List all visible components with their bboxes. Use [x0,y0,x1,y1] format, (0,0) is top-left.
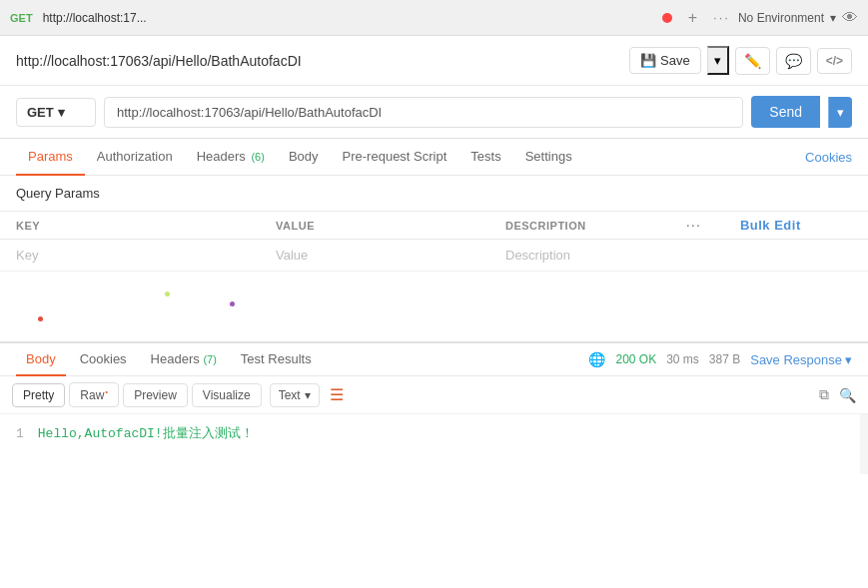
response-tabs-row: Body Cookies Headers (7) Test Results 🌐 … [0,343,868,376]
tab-params[interactable]: Params [16,139,85,176]
response-tab-headers[interactable]: Headers (7) [141,343,227,376]
save-dropdown-button[interactable]: ▾ [707,46,729,75]
query-params-table: KEY VALUE DESCRIPTION ··· Bulk Edit Key … [0,211,868,272]
tab-more-button[interactable]: ··· [713,10,730,25]
tab-active-dot [662,13,672,23]
description-input[interactable]: Description [505,248,570,263]
status-time: 30 ms [666,352,699,366]
response-tab-cookies[interactable]: Cookies [70,343,137,376]
save-button[interactable]: 💾 Save [629,47,701,74]
value-input[interactable]: Value [276,248,308,263]
save-label: Save [660,53,690,68]
tab-pre-request-script[interactable]: Pre-request Script [331,139,459,176]
empty-area [0,272,868,341]
scrollbar[interactable] [860,414,868,474]
visualize-button[interactable]: Visualize [192,383,262,407]
tab-tests[interactable]: Tests [458,139,512,176]
environment-selector[interactable]: No Environment ▾ 👁 [738,9,858,27]
method-chevron-icon: ▾ [58,105,65,120]
tab-settings[interactable]: Settings [513,139,584,176]
url-input-row: GET ▾ Send ▾ [0,86,868,139]
response-content: Hello,AutofacDI!批量注入测试！ [38,426,254,441]
cookies-link[interactable]: Cookies [805,150,852,165]
browser-tab-bar: GET http://localhost:17... + ··· No Envi… [0,0,868,36]
text-format-selector[interactable]: Text ▾ [270,383,320,407]
status-size: 387 B [709,352,740,366]
key-column-header: KEY [0,212,260,240]
eye-icon[interactable]: 👁 [842,9,858,27]
response-tab-test-results[interactable]: Test Results [231,343,322,376]
toolbar-right: 💾 Save ▾ ✏️ 💬 </> [629,46,852,75]
save-response-button[interactable]: Save Response ▾ [750,352,852,367]
tab-authorization[interactable]: Authorization [85,139,185,176]
comment-icon-button[interactable]: 💬 [776,47,811,75]
status-code: 200 OK [615,352,656,366]
request-tabs-row: Params Authorization Headers (6) Body Pr… [0,139,868,176]
decorative-dot-3 [38,316,43,321]
bulk-edit-header[interactable]: Bulk Edit [724,212,868,240]
copy-icon[interactable]: ⧉ [819,386,829,403]
decorative-dot-1 [165,292,170,296]
value-column-header: VALUE [260,212,489,240]
env-chevron-icon: ▾ [830,11,836,25]
pretty-button[interactable]: Pretty [12,383,65,407]
url-input[interactable] [104,97,743,128]
send-dropdown-button[interactable]: ▾ [828,97,852,128]
method-value: GET [27,105,54,120]
save-response-caret-icon: ▾ [845,352,852,367]
search-icon[interactable]: 🔍 [839,387,856,403]
code-view-button[interactable]: </> [817,48,852,74]
response-status: 🌐 200 OK 30 ms 387 B Save Response ▾ [588,351,852,367]
response-body: 1Hello,AutofacDI!批量注入测试！ [0,414,868,474]
line-number: 1 [16,426,24,441]
format-list-icon[interactable]: ☰ [330,385,344,404]
globe-icon: 🌐 [588,351,605,367]
tab-url: http://localhost:17... [43,11,650,25]
response-tab-body[interactable]: Body [16,343,66,376]
send-button[interactable]: Send [751,96,820,128]
tab-body[interactable]: Body [277,139,331,176]
table-row: Key Value Description [0,240,868,272]
tab-method: GET [10,12,33,24]
environment-name: No Environment [738,11,824,25]
address-bar: http://localhost:17063/api/Hello/BathAut… [0,36,868,86]
edit-icon-button[interactable]: ✏️ [735,47,770,75]
key-input[interactable]: Key [16,248,38,263]
preview-button[interactable]: Preview [123,383,188,407]
description-column-header: DESCRIPTION [489,212,664,240]
save-icon: 💾 [640,53,656,68]
text-format-chevron-icon: ▾ [305,388,311,402]
actions-column-header: ··· [664,212,724,240]
tab-headers[interactable]: Headers (6) [185,139,277,176]
request-url-display: http://localhost:17063/api/Hello/BathAut… [16,53,629,69]
format-bar: Pretty Raw Preview Visualize Text ▾ ☰ ⧉ … [0,376,868,414]
raw-button[interactable]: Raw [69,382,119,407]
method-selector[interactable]: GET ▾ [16,98,96,127]
new-tab-button[interactable]: + [688,9,697,27]
decorative-dot-2 [230,301,235,306]
query-params-title: Query Params [0,176,868,211]
